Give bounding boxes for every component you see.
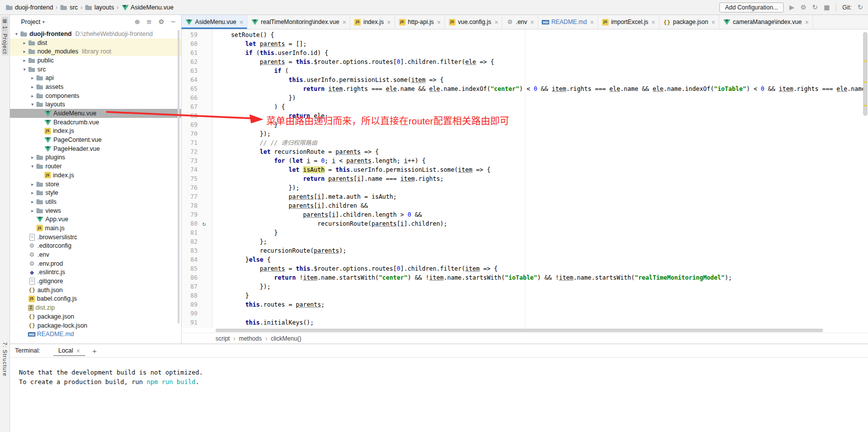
tree-item[interactable]: ▸style [10, 188, 181, 197]
chevron-right-icon[interactable]: ▸ [29, 190, 36, 195]
code-line[interactable]: parents[i].meta.auth = isAuth; [217, 192, 868, 201]
settings-icon[interactable]: ⚙ [801, 3, 807, 11]
tree-item[interactable]: ▾duoji-frontendD:\zheheWeb\duoji-fronten… [10, 29, 181, 38]
code-line[interactable]: recursionRoute(parents[i].children); [217, 219, 868, 228]
tree-item[interactable]: ▸api [10, 73, 181, 82]
code-line[interactable]: this.routes = parents; [217, 300, 868, 309]
project-view-selector[interactable]: Project ▾ [21, 18, 44, 25]
code-line[interactable]: recursionRoute(parents); [217, 246, 868, 255]
tree-item[interactable]: ▸assets [10, 82, 181, 91]
code-line[interactable]: let parents = []; [217, 39, 868, 48]
editor-tab[interactable]: {}package.json× [659, 15, 719, 29]
chevron-down-icon[interactable]: ▾ [29, 164, 36, 169]
breadcrumb-item[interactable]: layouts [85, 3, 114, 11]
tree-item[interactable]: ⚙.editorconfig [10, 242, 181, 251]
scrollbar[interactable] [178, 30, 180, 324]
tree-item[interactable]: ▾layouts [10, 100, 181, 109]
editor-breadcrumb-item[interactable]: methods [239, 335, 262, 342]
code-line[interactable]: return parents[i].name === item.rights; [217, 174, 868, 183]
code-line[interactable]: if ( [217, 66, 868, 75]
code-line[interactable]: }); [217, 129, 868, 138]
code-line[interactable]: } [217, 120, 868, 129]
code-line[interactable]: parents = this.$router.options.routes[0]… [217, 57, 868, 66]
code-editor[interactable]: setRoute() { let parents = []; if (this.… [213, 29, 868, 328]
tree-item[interactable]: ◆.eslintrc.js [10, 268, 181, 277]
code-line[interactable]: // // 递归权限路由 [217, 138, 868, 147]
scrollbar[interactable] [213, 328, 868, 333]
editor-tab[interactable]: JSimportExcel.js× [598, 15, 659, 29]
vcs-update-icon[interactable]: ↻ [858, 3, 863, 11]
tree-item[interactable]: ▸components [10, 91, 181, 100]
tree-item[interactable]: ▸views [10, 206, 181, 215]
editor-tab[interactable]: ⚙.env× [502, 15, 538, 29]
gear-icon[interactable]: ⚙ [158, 18, 164, 25]
code-line[interactable]: }); [217, 183, 868, 192]
tree-item[interactable]: PageHeader.vue [10, 144, 181, 153]
tree-item[interactable]: Zdist.zip [10, 303, 181, 312]
breadcrumb-item[interactable]: duoji-frontend [5, 3, 53, 11]
code-line[interactable]: setRoute() { [217, 30, 868, 39]
code-line[interactable]: for (let i = 0; i < parents.length; i++)… [217, 156, 868, 165]
code-line[interactable]: }) [217, 93, 868, 102]
code-line[interactable]: return ele; [217, 111, 868, 120]
editor-tab[interactable]: JShttp-api.js× [395, 15, 445, 29]
code-line[interactable]: let recursionRoute = parents => { [217, 147, 868, 156]
code-line[interactable]: }else { [217, 255, 868, 264]
code-line[interactable]: this.initialKeys(); [217, 318, 868, 327]
scrollbar-thumb[interactable] [216, 329, 823, 332]
tree-item[interactable]: ▾router [10, 162, 181, 171]
add-configuration-button[interactable]: Add Configuration... [719, 2, 783, 12]
locate-icon[interactable]: ⊕ [135, 18, 140, 25]
tree-item[interactable]: {}package.json [10, 312, 181, 321]
tree-item[interactable]: .browserslistrc [10, 233, 181, 242]
code-line[interactable]: parents[i].children.length > 0 && [217, 210, 868, 219]
chevron-right-icon[interactable]: ▸ [29, 84, 36, 89]
tree-item[interactable]: Breadcrumb.vue [10, 118, 181, 127]
tree-item[interactable]: MDREADME.md [10, 330, 181, 339]
chevron-down-icon[interactable]: ▾ [29, 102, 36, 107]
editor-breadcrumb-item[interactable]: clickMenu() [271, 335, 301, 342]
tree-item[interactable]: {}package-lock.json [10, 321, 181, 330]
tree-item[interactable]: App.vue [10, 215, 181, 224]
scrollbar[interactable] [862, 29, 868, 328]
terminal-output[interactable]: Note that the development build is not o… [10, 358, 868, 432]
chevron-right-icon[interactable]: ▸ [29, 199, 36, 204]
project-tool-button[interactable]: ▦ 1: Project [1, 16, 8, 55]
code-line[interactable] [217, 309, 868, 318]
close-icon[interactable]: × [590, 19, 594, 25]
code-line[interactable]: } [217, 228, 868, 237]
chevron-right-icon[interactable]: ▸ [29, 208, 36, 213]
tree-item[interactable]: AsideMenu.vue [10, 109, 181, 118]
close-icon[interactable]: × [76, 348, 80, 354]
structure-tool-button[interactable]: 7: Structure [1, 341, 8, 378]
code-line[interactable]: return item.rights === ele.name && ele.n… [217, 84, 868, 93]
tree-item[interactable]: ▸utils [10, 197, 181, 206]
chevron-right-icon[interactable]: ▸ [29, 93, 36, 98]
tree-item[interactable]: ⚙.env.prod [10, 259, 181, 268]
view-options-icon[interactable]: ≡ [147, 18, 152, 25]
tree-item[interactable]: ▸public [10, 56, 181, 65]
tree-item[interactable]: JSindex.js [10, 171, 181, 180]
code-line[interactable]: }; [217, 237, 868, 246]
chevron-right-icon[interactable]: ▸ [21, 58, 28, 63]
close-icon[interactable]: × [437, 19, 441, 25]
stop-icon[interactable]: ■ [824, 3, 830, 11]
scrollbar-thumb[interactable] [863, 32, 868, 116]
tree-item[interactable]: .gitignore [10, 277, 181, 286]
close-icon[interactable]: × [805, 19, 809, 25]
tree-item[interactable]: ▸node_moduleslibrary root [10, 47, 181, 56]
close-icon[interactable]: × [530, 19, 534, 25]
editor-breadcrumb-item[interactable]: script [216, 335, 230, 342]
breadcrumb-item[interactable]: src [60, 3, 78, 11]
tree-item[interactable]: JSbabel.config.js [10, 295, 181, 304]
tree-item[interactable]: ▸plugins [10, 153, 181, 162]
editor-tab[interactable]: realTimeMonitoring\index.vue× [247, 15, 350, 29]
breadcrumb-item[interactable]: AsideMenu.vue [121, 3, 174, 11]
code-line[interactable]: if (this.userInfo.id) { [217, 48, 868, 57]
terminal-tab-local[interactable]: Local × [53, 345, 85, 356]
editor-tab[interactable]: cameraManage\index.vue× [719, 15, 813, 29]
close-icon[interactable]: × [651, 19, 655, 25]
tree-item[interactable]: ⚙.env [10, 250, 181, 259]
tree-item[interactable]: PageContent.vue [10, 135, 181, 144]
editor-tab[interactable]: JSindex.js× [350, 15, 395, 29]
